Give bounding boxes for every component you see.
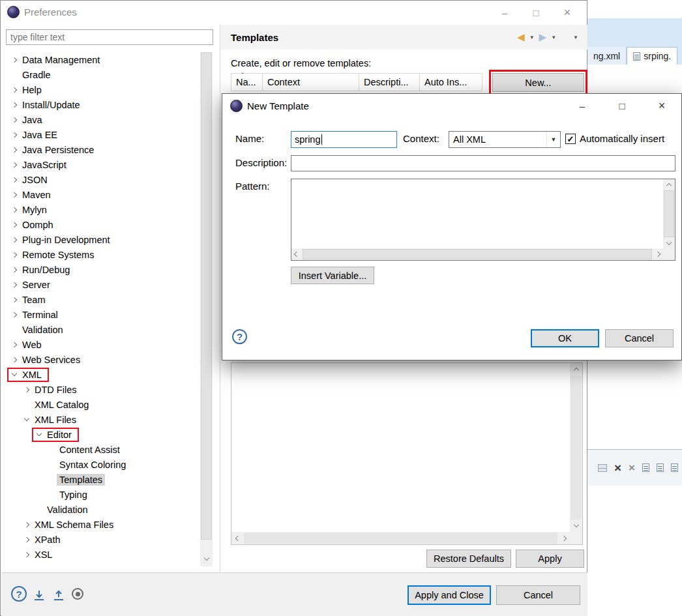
- tree-item-remote-systems[interactable]: Remote Systems: [2, 247, 199, 262]
- scrollbar-thumb[interactable]: [201, 52, 212, 540]
- preview-horizontal-scrollbar[interactable]: [231, 532, 570, 544]
- tree-item-xml-catalog[interactable]: XML Catalog: [2, 397, 199, 412]
- chevron-down-icon[interactable]: [8, 374, 20, 375]
- tree-item-label[interactable]: DTD Files: [32, 384, 79, 396]
- tree-item-label[interactable]: Java: [20, 114, 45, 126]
- tree-item-label[interactable]: Maven: [20, 189, 53, 201]
- tree-item-json[interactable]: JSON: [2, 172, 199, 187]
- tree-item-validation[interactable]: Validation: [2, 322, 199, 337]
- chevron-right-icon[interactable]: [8, 103, 20, 107]
- scrollbar-left-arrow-icon[interactable]: [291, 248, 302, 260]
- tree-item-label[interactable]: JSON: [20, 174, 50, 186]
- tree-item-web[interactable]: Web: [2, 337, 199, 352]
- preview-vertical-scrollbar[interactable]: [570, 363, 582, 532]
- grid-icon[interactable]: [598, 464, 607, 472]
- tree-item-xml-files[interactable]: XML Files: [2, 412, 199, 427]
- insert-variable-button[interactable]: Insert Variable...: [291, 267, 374, 284]
- tree-item-terminal[interactable]: Terminal: [2, 307, 199, 322]
- forward-icon[interactable]: ▶: [539, 31, 547, 43]
- help-icon[interactable]: ?: [11, 586, 27, 602]
- tree-item-run-debug[interactable]: Run/Debug: [2, 262, 199, 277]
- tree-item-dtd-files[interactable]: DTD Files: [2, 382, 199, 397]
- tree-item-label[interactable]: JavaScript: [20, 159, 69, 171]
- tree-item-validation[interactable]: Validation: [2, 502, 199, 517]
- record-icon[interactable]: [72, 588, 83, 600]
- tree-item-install-update[interactable]: Install/Update: [2, 97, 199, 112]
- chevron-right-icon[interactable]: [8, 253, 20, 257]
- help-icon[interactable]: ?: [232, 329, 247, 344]
- column-header-description[interactable]: Descripti...: [359, 74, 420, 91]
- auto-insert-checkbox[interactable]: ✓: [565, 134, 576, 144]
- tree-item-typing[interactable]: Typing: [2, 487, 199, 502]
- tree-item-label[interactable]: XML Schema Files: [32, 519, 116, 531]
- tree-item-label[interactable]: Validation: [20, 324, 66, 336]
- tree-item-label[interactable]: XSL: [32, 549, 55, 561]
- tree-item-java-persistence[interactable]: Java Persistence: [2, 142, 199, 157]
- tree-item-java[interactable]: Java: [2, 112, 199, 127]
- tree-item-label[interactable]: Editor: [44, 429, 74, 441]
- tree-item-label[interactable]: XML: [20, 369, 44, 381]
- view-menu-icon[interactable]: ▼: [573, 35, 578, 40]
- tree-item-xml-schema-files[interactable]: XML Schema Files: [2, 517, 199, 532]
- tree-item-label[interactable]: XPath: [32, 534, 63, 546]
- chevron-right-icon[interactable]: [21, 553, 32, 557]
- delete-icon[interactable]: ×: [614, 462, 621, 474]
- chevron-right-icon[interactable]: [8, 358, 20, 362]
- tree-item-content-assist[interactable]: Content Assist: [2, 442, 199, 457]
- forward-menu-icon[interactable]: ▼: [551, 35, 556, 40]
- editor-tab-srping-[interactable]: srping.: [627, 47, 677, 65]
- chevron-down-icon[interactable]: ▼: [546, 132, 560, 147]
- tree-item-label[interactable]: Install/Update: [20, 99, 83, 111]
- tree-item-label[interactable]: Java EE: [20, 129, 60, 141]
- tree-item-mylyn[interactable]: Mylyn: [2, 202, 199, 217]
- tree-item-xpath[interactable]: XPath: [2, 532, 199, 547]
- chevron-right-icon[interactable]: [8, 163, 20, 167]
- tree-item-label[interactable]: Server: [20, 279, 53, 291]
- scrollbar-thumb[interactable]: [664, 190, 674, 237]
- description-input[interactable]: [291, 155, 675, 171]
- tree-item-maven[interactable]: Maven: [2, 187, 199, 202]
- tree-item-label[interactable]: Data Management: [20, 54, 102, 66]
- scrollbar-down-arrow-icon[interactable]: [200, 553, 213, 565]
- chevron-right-icon[interactable]: [21, 388, 32, 392]
- scrollbar-thumb[interactable]: [244, 533, 557, 544]
- tree-item-team[interactable]: Team: [2, 292, 199, 307]
- cancel-button[interactable]: Cancel: [496, 585, 580, 605]
- chevron-right-icon[interactable]: [8, 88, 20, 92]
- chevron-right-icon[interactable]: [8, 343, 20, 347]
- back-icon[interactable]: ◀: [517, 31, 525, 43]
- tree-item-label[interactable]: Typing: [57, 489, 90, 501]
- tree-item-data-management[interactable]: Data Management: [2, 52, 199, 67]
- scrollbar-down-arrow-icon[interactable]: [663, 238, 675, 248]
- restore-defaults-button[interactable]: Restore Defaults: [426, 550, 511, 568]
- chevron-right-icon[interactable]: [21, 523, 32, 527]
- tree-item-label[interactable]: Syntax Coloring: [57, 459, 128, 471]
- tree-item-label[interactable]: XML Catalog: [32, 399, 91, 411]
- tree-item-web-services[interactable]: Web Services: [2, 352, 199, 367]
- chevron-right-icon[interactable]: [8, 298, 20, 302]
- chevron-right-icon[interactable]: [8, 238, 20, 242]
- close-button[interactable]: ×: [647, 94, 676, 117]
- chevron-right-icon[interactable]: [8, 268, 20, 272]
- name-input[interactable]: spring: [291, 131, 397, 148]
- doc-icon[interactable]: [657, 463, 664, 472]
- tree-item-label[interactable]: Templates: [57, 474, 105, 486]
- export-preferences-icon[interactable]: [33, 590, 46, 604]
- scrollbar-thumb[interactable]: [571, 375, 582, 520]
- chevron-right-icon[interactable]: [8, 133, 20, 137]
- pattern-textarea[interactable]: [291, 179, 675, 261]
- tree-item-label[interactable]: Team: [20, 294, 48, 306]
- apply-button[interactable]: Apply: [516, 550, 584, 568]
- new-template-button[interactable]: New...: [492, 73, 584, 92]
- tree-item-xsl[interactable]: XSL: [2, 547, 199, 562]
- context-dropdown[interactable]: All XML ▼: [449, 131, 561, 148]
- chevron-right-icon[interactable]: [21, 538, 32, 542]
- maximize-button[interactable]: □: [608, 94, 636, 117]
- ok-button[interactable]: OK: [531, 329, 599, 347]
- back-menu-icon[interactable]: ▼: [529, 35, 535, 40]
- tree-item-label[interactable]: Oomph: [20, 219, 56, 231]
- tree-item-oomph[interactable]: Oomph: [2, 217, 199, 232]
- chevron-right-icon[interactable]: [8, 223, 20, 227]
- chevron-right-icon[interactable]: [8, 148, 20, 152]
- scrollbar-thumb[interactable]: [303, 249, 652, 259]
